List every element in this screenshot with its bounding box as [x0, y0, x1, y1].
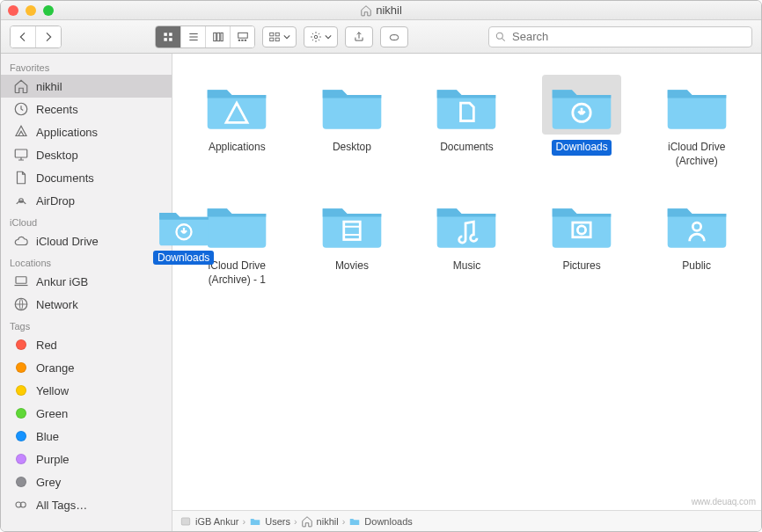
folder-icon: [427, 75, 506, 135]
path-segment-label: Users: [265, 516, 290, 527]
folder-label: iCloud Drive (Archive) - 1: [187, 259, 288, 288]
airdrop-icon: [13, 193, 29, 208]
sidebar-item-applications[interactable]: Applications: [1, 120, 172, 143]
folder-label: Pictures: [559, 259, 604, 274]
path-separator-icon: ›: [294, 516, 297, 527]
folder-label: Public: [678, 259, 714, 274]
sidebar-item-label: Purple: [36, 453, 70, 466]
sidebar-item-network[interactable]: Network: [1, 293, 172, 316]
path-segment-label: nikhil: [317, 516, 339, 527]
tag-dot-icon: [13, 383, 29, 398]
folder-pictures[interactable]: Pictures: [539, 190, 625, 291]
folder-public[interactable]: Public: [654, 190, 740, 291]
sidebar-item-label: Red: [36, 339, 57, 352]
column-view-button[interactable]: [205, 26, 230, 47]
sidebar-heading: Favorites: [1, 57, 172, 75]
laptop-icon: [13, 273, 29, 289]
tag-dot-icon: [13, 405, 29, 421]
folder-documents[interactable]: Documents: [423, 71, 509, 172]
sidebar-item-label: Orange: [36, 361, 74, 375]
folder-icon: [312, 193, 392, 253]
group-by-button[interactable]: [262, 26, 297, 47]
folder-applications[interactable]: Applications: [194, 71, 280, 172]
sidebar-heading: Locations: [1, 252, 172, 270]
folder-label: Movies: [332, 259, 372, 274]
tag-dot-icon: [13, 451, 29, 467]
folder-music[interactable]: Music: [423, 190, 509, 291]
sidebar-item-recents[interactable]: Recents: [1, 98, 172, 120]
sidebar-item-airdrop[interactable]: AirDrop: [1, 189, 172, 212]
folder-label: Documents: [436, 140, 497, 156]
path-segment-nikhil[interactable]: nikhil: [301, 515, 339, 528]
gallery-view-button[interactable]: [230, 26, 254, 47]
forward-button[interactable]: [35, 26, 61, 47]
sidebar-heading: iCloud: [1, 212, 172, 230]
folder-label: Desktop: [329, 140, 375, 156]
path-separator-icon: ›: [243, 516, 246, 527]
icon-view-button[interactable]: [156, 26, 180, 47]
sidebar-item-label: Documents: [36, 171, 94, 185]
folder-icon: [542, 193, 621, 253]
sidebar-item-label: Recents: [36, 103, 78, 116]
sidebar-item-label: Ankur iGB: [36, 275, 88, 288]
desktop-icon: [13, 147, 29, 163]
sidebar-item-label: Applications: [36, 126, 98, 139]
sidebar-item-documents[interactable]: Documents: [1, 166, 172, 189]
watermark: www.deuaq.com: [692, 497, 756, 506]
folder-icloud-drive-archive-[interactable]: iCloud Drive (Archive): [642, 71, 751, 172]
network-icon: [13, 296, 29, 312]
path-segment-downloads[interactable]: Downloads: [348, 515, 412, 528]
tag-dot-icon: [13, 360, 29, 375]
sidebar-item-icloud-drive[interactable]: iCloud Drive: [1, 230, 172, 252]
path-segment-igb-ankur[interactable]: iGB Ankur: [180, 515, 239, 528]
app-icon: [13, 124, 29, 140]
sidebar-item-red[interactable]: Red: [1, 333, 172, 356]
sidebar-item-orange[interactable]: Orange: [1, 356, 172, 379]
folder-icon: [657, 193, 736, 253]
sidebar-item-purple[interactable]: Purple: [1, 448, 172, 470]
path-separator-icon: ›: [342, 516, 346, 527]
sidebar-item-label: AirDrop: [36, 194, 75, 208]
sidebar-item-green[interactable]: Green: [1, 402, 172, 425]
sidebar-item-grey[interactable]: Grey: [1, 470, 172, 493]
share-button[interactable]: [345, 26, 373, 47]
doc-icon: [13, 170, 29, 186]
folder-label: Applications: [205, 140, 269, 156]
sidebar-item-blue[interactable]: Blue: [1, 425, 172, 448]
folder-icon: [657, 75, 736, 135]
folder-icon: [427, 193, 506, 253]
tag-dot-icon: [13, 474, 29, 490]
folder-movies[interactable]: Movies: [309, 190, 395, 291]
folder-label: iCloud Drive (Archive): [646, 140, 747, 169]
search-icon: [495, 31, 507, 43]
list-view-button[interactable]: [180, 26, 205, 47]
sidebar-item-yellow[interactable]: Yellow: [1, 379, 172, 402]
path-segment-users[interactable]: Users: [249, 515, 290, 528]
sidebar-item-label: All Tags…: [36, 499, 87, 512]
sidebar-item-all-tags-[interactable]: All Tags…: [1, 493, 172, 516]
view-switch: [155, 26, 255, 48]
folder-label: Music: [450, 259, 484, 274]
sidebar-item-ankur-igb[interactable]: Ankur iGB: [1, 270, 172, 293]
sidebar-item-label: Green: [36, 407, 68, 420]
sidebar-item-label: Desktop: [36, 149, 78, 162]
folder-desktop[interactable]: Desktop: [309, 71, 395, 172]
search-input[interactable]: [512, 30, 746, 43]
search-field[interactable]: [488, 26, 752, 47]
sidebar-item-label: Yellow: [36, 384, 69, 397]
edit-tags-button[interactable]: [380, 26, 408, 47]
folder-icon: [312, 75, 392, 135]
action-menu-button[interactable]: [304, 26, 338, 47]
folder-icloud-drive-archive-1[interactable]: iCloud Drive (Archive) - 1: [183, 190, 291, 291]
tag-dot-icon: [13, 337, 29, 353]
back-button[interactable]: [11, 26, 35, 47]
sidebar-item-desktop[interactable]: Desktop: [1, 143, 172, 166]
folder-icon: [197, 193, 276, 253]
cloud-icon: [13, 233, 29, 249]
folder-downloads[interactable]: Downloads: [539, 71, 625, 172]
sidebar-item-nikhil[interactable]: nikhil: [1, 75, 172, 98]
sidebar-item-label: Grey: [36, 476, 61, 489]
clock-icon: [13, 101, 29, 117]
sidebar-item-label: iCloud Drive: [36, 235, 99, 248]
sidebar-item-label: Network: [36, 298, 78, 311]
